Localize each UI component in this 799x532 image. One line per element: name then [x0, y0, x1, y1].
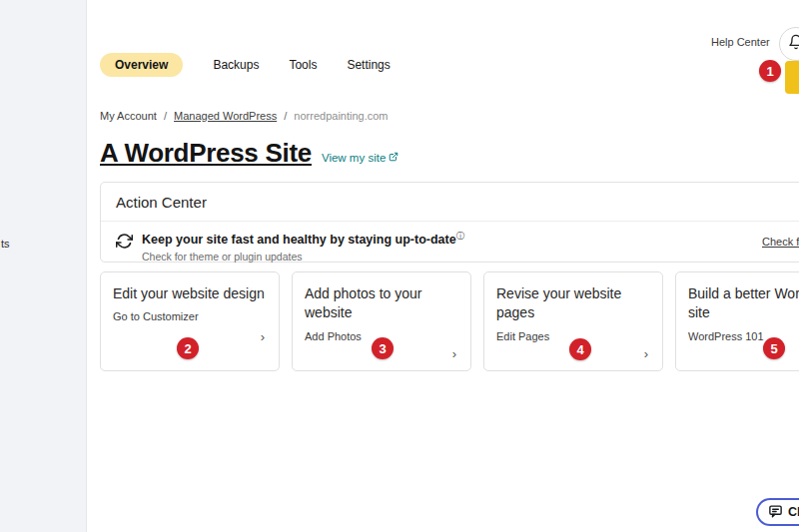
- breadcrumb-my-account[interactable]: My Account: [100, 110, 157, 122]
- left-sidebar: ts: [0, 0, 87, 532]
- site-title-row: A WordPress Site View my site: [100, 138, 399, 169]
- card-title: Add photos to your website: [305, 284, 458, 323]
- card-revise-pages[interactable]: Revise your website pages Edit Pages › 4: [483, 271, 663, 371]
- chevron-right-icon[interactable]: ›: [644, 347, 648, 360]
- card-title: Revise your website pages: [496, 284, 650, 323]
- annotation-badge-5: 5: [763, 337, 785, 359]
- action-center-task-row[interactable]: Keep your site fast and healthy by stayi…: [101, 222, 799, 271]
- section-tabs: Overview Backups Tools Settings: [100, 53, 391, 77]
- action-center-heading: Action Center: [101, 183, 799, 221]
- task-title-text: Keep your site fast and healthy by stayi…: [142, 233, 456, 247]
- breadcrumb-domain: norredpainting.com: [294, 110, 388, 122]
- chevron-right-icon[interactable]: ›: [261, 330, 265, 343]
- annotation-badge-1: 1: [759, 60, 781, 82]
- view-my-site-link[interactable]: View my site: [322, 152, 399, 164]
- card-title: Edit your website design: [113, 284, 267, 303]
- notifications-button[interactable]: [779, 27, 799, 61]
- task-card-row: Edit your website design Go to Customize…: [100, 271, 799, 371]
- annotation-badge-4: 4: [569, 338, 591, 360]
- annotation-badge-3: 3: [372, 337, 394, 359]
- check-for-updates-link[interactable]: Check for updates: [762, 236, 799, 248]
- tab-settings[interactable]: Settings: [347, 53, 390, 77]
- chevron-right-icon[interactable]: ›: [452, 347, 456, 360]
- card-edit-website-design[interactable]: Edit your website design Go to Customize…: [100, 271, 280, 371]
- chat-label: Chat: [788, 505, 799, 519]
- card-action-link[interactable]: Go to Customizer: [113, 310, 267, 322]
- sidebar-item-label-fragment: ts: [1, 238, 10, 250]
- chat-icon: [768, 503, 783, 522]
- sync-refresh-icon: [116, 233, 133, 263]
- task-text-block: Keep your site fast and healthy by stayi…: [142, 231, 464, 263]
- breadcrumb: My Account / Managed WordPress / norredp…: [100, 110, 389, 122]
- breadcrumb-managed-wordpress[interactable]: Managed WordPress: [174, 110, 277, 122]
- card-add-photos[interactable]: Add photos to your website Add Photos › …: [292, 271, 471, 371]
- card-wordpress-101[interactable]: Build a better WordPress site WordPress …: [675, 271, 799, 371]
- task-title: Keep your site fast and healthy by stayi…: [142, 231, 464, 248]
- external-link-icon: [389, 152, 399, 164]
- tab-overview[interactable]: Overview: [100, 53, 183, 77]
- breadcrumb-separator: /: [164, 110, 167, 122]
- task-subtitle: Check for theme or plugin updates: [142, 251, 464, 263]
- help-center-link[interactable]: Help Center: [711, 36, 770, 48]
- tab-tools[interactable]: Tools: [289, 53, 317, 77]
- page-title[interactable]: A WordPress Site: [100, 138, 312, 169]
- bell-icon: [788, 34, 799, 54]
- action-center-panel: Action Center Keep your site fast and he…: [100, 182, 799, 263]
- card-title: Build a better WordPress site: [688, 284, 799, 323]
- annotation-badge-2: 2: [177, 337, 199, 359]
- primary-action-button[interactable]: [785, 61, 799, 94]
- breadcrumb-separator: /: [284, 110, 287, 122]
- card-action-link[interactable]: WordPress 101: [688, 330, 799, 342]
- chat-button[interactable]: Chat: [756, 498, 799, 526]
- view-my-site-label: View my site: [322, 152, 386, 164]
- info-icon[interactable]: ⓘ: [456, 231, 465, 241]
- tab-backups[interactable]: Backups: [213, 53, 259, 77]
